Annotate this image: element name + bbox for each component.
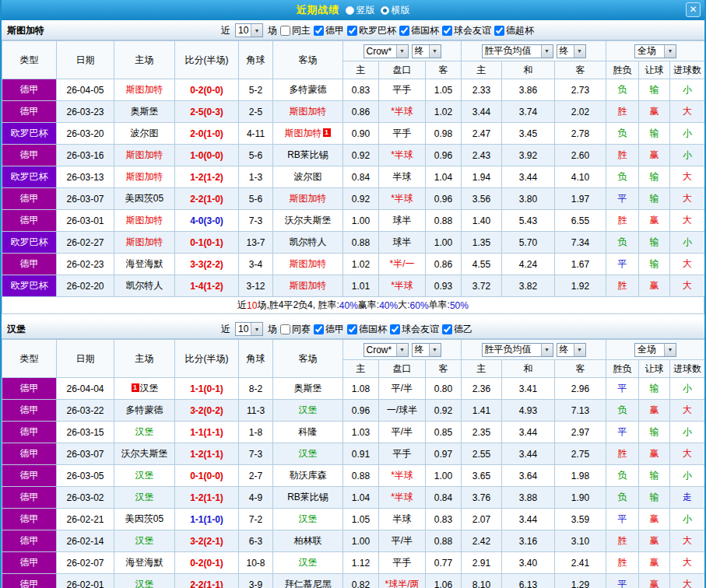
popup-title: 近期战绩 bbox=[297, 3, 340, 17]
column-header: 客场 bbox=[273, 41, 343, 79]
checkbox-label: 球会友谊 bbox=[402, 323, 439, 336]
odds-source-select[interactable]: Crow*▼ bbox=[364, 44, 409, 58]
handicap-away-odds-cell: 0.93 bbox=[426, 275, 462, 297]
date-cell: 26-02-27 bbox=[57, 232, 114, 254]
checkbox-input[interactable] bbox=[314, 324, 324, 334]
corner-cell: 11-3 bbox=[239, 400, 273, 422]
score-cell: 2-2(1-1) bbox=[175, 574, 239, 588]
checkbox-input[interactable] bbox=[280, 324, 290, 334]
odds-draw-cell: 3.64 bbox=[502, 465, 555, 487]
result-goals-cell: 小 bbox=[670, 422, 705, 443]
filter-checkbox-2[interactable]: 欧罗巴杯 bbox=[347, 24, 396, 37]
europe-odds-select[interactable]: 胜平负均值▼ bbox=[482, 44, 553, 58]
result-wdl-cell: 负 bbox=[606, 487, 639, 509]
scope-select[interactable]: 全场▼ bbox=[634, 44, 676, 58]
handicap-line-cell: *半/一 bbox=[379, 254, 426, 275]
home-team-cell: 凯尔特人 bbox=[114, 275, 175, 297]
close-icon[interactable]: ✕ bbox=[686, 2, 701, 17]
score-cell: 2-0(1-0) bbox=[175, 123, 239, 145]
checkbox-input[interactable] bbox=[390, 324, 400, 334]
team-name-text: 斯图加特 bbox=[290, 106, 327, 117]
filter-checkbox-1[interactable]: 德甲 bbox=[314, 24, 344, 37]
match-row: 德甲26-03-23奥斯堡2-5(0-3)2-5斯图加特0.86*半球1.023… bbox=[2, 101, 705, 123]
result-handicap-cell: 赢 bbox=[639, 210, 670, 232]
match-count-select[interactable]: 10▼ bbox=[235, 23, 263, 37]
filter-checkbox-3[interactable]: 德国杯 bbox=[399, 24, 439, 37]
date-cell: 26-03-02 bbox=[57, 487, 114, 509]
date-cell: 26-03-01 bbox=[57, 210, 114, 232]
filter-checkbox-0[interactable]: 同赛 bbox=[280, 323, 311, 336]
home-team-cell: 斯图加特 bbox=[114, 210, 175, 232]
odds-away-cell: 2.02 bbox=[555, 101, 606, 123]
checkbox-input[interactable] bbox=[399, 26, 409, 36]
summary-text: 近 bbox=[237, 299, 247, 312]
handicap-odds-group-header: Crow*▼终▼ bbox=[343, 340, 462, 360]
europe-odds-select[interactable]: 胜平负均值▼ bbox=[482, 343, 553, 357]
europe-time-select[interactable]: 终▼ bbox=[557, 343, 586, 357]
odds-away-cell: 3.10 bbox=[555, 530, 606, 552]
column-subheader: 进球数 bbox=[670, 360, 705, 378]
odds-home-cell: 2.55 bbox=[462, 443, 502, 465]
checkbox-input[interactable] bbox=[280, 26, 290, 36]
layout-radio-vertical[interactable]: 竖版 bbox=[346, 4, 375, 17]
date-cell: 26-02-23 bbox=[57, 254, 114, 275]
date-cell: 26-03-22 bbox=[57, 400, 114, 422]
result-handicap-cell: 赢 bbox=[639, 552, 670, 574]
date-cell: 26-03-16 bbox=[57, 145, 114, 166]
result-goals-cell: 大 bbox=[670, 443, 705, 465]
filter-checkbox-4[interactable]: 球会友谊 bbox=[442, 24, 491, 37]
filter-checkbox-4[interactable]: 德乙 bbox=[442, 323, 472, 336]
odds-draw-cell: 3.88 bbox=[502, 487, 555, 509]
team-name-text: 多特蒙德 bbox=[290, 84, 327, 95]
handicap-away-odds-cell: 0.98 bbox=[426, 123, 462, 145]
corner-cell: 2-7 bbox=[239, 465, 273, 487]
handicap-line-cell: 平手 bbox=[379, 123, 426, 145]
match-row: 欧罗巴杯26-03-20波尔图2-0(1-0)4-11斯图加特10.90平手0.… bbox=[2, 123, 705, 145]
filter-checkbox-1[interactable]: 德甲 bbox=[314, 323, 344, 336]
europe-time-select[interactable]: 终▼ bbox=[557, 44, 586, 58]
match-count-select[interactable]: 10▼ bbox=[235, 322, 263, 336]
score-cell: 1-2(1-1) bbox=[175, 443, 239, 465]
team-name-text: 海登海默 bbox=[126, 557, 163, 568]
away-team-cell: 斯图加特 bbox=[273, 254, 343, 275]
home-team-cell: 汉堡 bbox=[114, 574, 175, 588]
odds-time-select[interactable]: 终▼ bbox=[412, 343, 441, 357]
date-cell: 26-02-14 bbox=[57, 530, 114, 552]
team-name-text: 凯尔特人 bbox=[126, 280, 163, 291]
odds-time-select[interactable]: 终▼ bbox=[412, 44, 441, 58]
team-name-text: 斯图加特 bbox=[290, 193, 327, 204]
filter-checkbox-3[interactable]: 球会友谊 bbox=[390, 323, 439, 336]
checkbox-input[interactable] bbox=[442, 26, 452, 36]
checkbox-input[interactable] bbox=[314, 26, 324, 36]
odds-source-select[interactable]: Crow*▼ bbox=[364, 343, 409, 357]
column-subheader: 客 bbox=[555, 360, 606, 378]
result-wdl-cell: 胜 bbox=[606, 210, 639, 232]
filter-checkbox-0[interactable]: 同主 bbox=[280, 24, 311, 37]
odds-home-cell: 3.76 bbox=[462, 487, 502, 509]
checkbox-input[interactable] bbox=[442, 324, 452, 334]
team-name: 斯图加特 bbox=[7, 24, 221, 37]
result-wdl-cell: 平 bbox=[606, 574, 639, 588]
match-row: 德甲26-04-05斯图加特0-2(0-0)5-2多特蒙德0.83平手1.052… bbox=[2, 79, 705, 101]
column-subheader: 盘口 bbox=[379, 61, 426, 79]
checkbox-input[interactable] bbox=[494, 26, 504, 36]
filter-checkbox-2[interactable]: 德国杯 bbox=[347, 323, 387, 336]
result-group-header: 全场▼ bbox=[606, 41, 705, 61]
odds-home-cell: 2.43 bbox=[462, 145, 502, 166]
home-team-cell: 海登海默 bbox=[114, 552, 175, 574]
score-cell: 1-1(1-0) bbox=[175, 509, 239, 530]
checkbox-input[interactable] bbox=[347, 324, 357, 334]
filter-games-label: 场 bbox=[268, 323, 277, 336]
layout-radio-horizontal[interactable]: 横版 bbox=[381, 4, 410, 17]
checkbox-input[interactable] bbox=[347, 26, 357, 36]
league-cell: 德甲 bbox=[2, 400, 57, 422]
result-handicap-cell: 输 bbox=[639, 422, 670, 443]
score-cell: 0-1(0-0) bbox=[175, 465, 239, 487]
europe-odds-group-header: 胜平负均值▼终▼ bbox=[462, 41, 606, 61]
corner-cell: 1-8 bbox=[239, 422, 273, 443]
scope-select[interactable]: 全场▼ bbox=[634, 343, 676, 357]
filter-checkbox-5[interactable]: 德超杯 bbox=[494, 24, 534, 37]
team-section: 汉堡近10▼场同赛德甲德国杯球会友谊德乙类型日期主场比分(半场)角球客场Crow… bbox=[2, 319, 704, 588]
corner-cell: 4-9 bbox=[239, 487, 273, 509]
team-name-text: 奥斯堡 bbox=[294, 383, 322, 394]
